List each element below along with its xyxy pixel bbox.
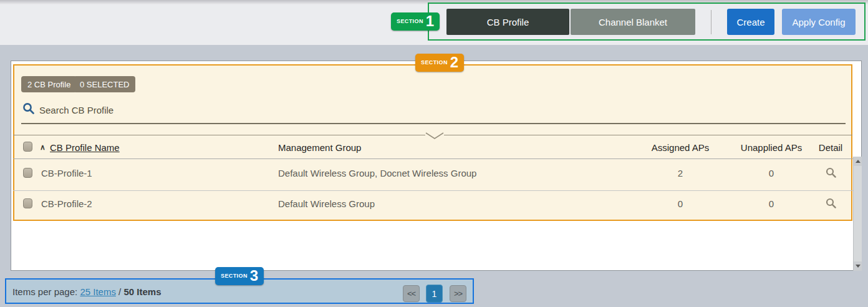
section-3-label: SECTION xyxy=(221,273,248,279)
section-2-number: 2 xyxy=(450,55,458,70)
cell-management-group: Default Wireless Group, Docnet Wireless … xyxy=(278,168,476,178)
row-checkbox[interactable] xyxy=(23,168,32,178)
selected-count-label: 0 SELECTED xyxy=(80,80,129,89)
column-header-management-group: Management Group xyxy=(278,142,361,153)
search-icon xyxy=(22,102,35,115)
apply-config-button-label: Apply Config xyxy=(792,17,845,27)
column-header-cb-profile-name[interactable]: CB Profile Name xyxy=(50,142,120,153)
sort-ascending-icon: ∧ xyxy=(40,143,46,152)
section-2-label: SECTION xyxy=(421,59,448,66)
section-2-annotation-badge: SECTION 2 xyxy=(415,54,464,72)
cell-unapplied-aps: 0 xyxy=(728,168,815,178)
column-header-assigned-aps: Assigned APs xyxy=(637,142,724,153)
section-1-annotation-badge: SECTION 1 xyxy=(391,12,440,31)
create-button[interactable]: Create xyxy=(727,9,774,35)
first-page-button[interactable]: << xyxy=(403,285,420,302)
current-page-button[interactable]: 1 xyxy=(426,285,443,303)
tab-cb-profile[interactable]: CB Profile xyxy=(446,9,569,35)
select-all-checkbox[interactable] xyxy=(23,142,32,152)
section-1-label: SECTION xyxy=(397,18,423,24)
total-items-label: 50 Items xyxy=(123,286,161,297)
cell-profile-name: CB-Profile-2 xyxy=(41,198,92,209)
apply-config-button[interactable]: Apply Config xyxy=(782,9,856,35)
selected-count-badge: 0 SELECTED xyxy=(74,76,135,92)
row-separator xyxy=(13,190,853,191)
toolbar-divider xyxy=(711,10,711,34)
create-button-label: Create xyxy=(736,17,764,27)
section-2-annotation-box xyxy=(13,64,852,221)
profile-count-label: 2 CB Profile xyxy=(27,80,70,89)
column-header-unapplied-aps: Unapplied APs xyxy=(728,142,815,153)
scrollbar-down-icon[interactable] xyxy=(854,261,862,271)
column-header-detail: Detail xyxy=(806,142,856,153)
items-per-page-label: Items per page: xyxy=(12,286,77,297)
scrollbar-up-icon[interactable] xyxy=(854,157,862,166)
section-3-number: 3 xyxy=(250,268,258,283)
detail-magnifier-icon[interactable] xyxy=(826,167,837,178)
detail-magnifier-icon[interactable] xyxy=(826,198,837,209)
cell-management-group: Default Wireless Group xyxy=(278,198,375,209)
tab-channel-blanket[interactable]: Channel Blanket xyxy=(571,9,695,35)
header-separator xyxy=(13,158,853,159)
collapse-chevron-icon[interactable] xyxy=(425,132,444,140)
window-top-edge xyxy=(0,0,868,4)
table-vertical-scrollbar[interactable] xyxy=(853,157,862,271)
search-underline xyxy=(21,123,846,124)
cell-profile-name: CB-Profile-1 xyxy=(41,168,92,178)
cell-assigned-aps: 2 xyxy=(637,168,724,178)
last-page-button[interactable]: >> xyxy=(450,285,466,302)
filter-divider-line xyxy=(444,135,852,135)
filter-divider-line xyxy=(13,135,425,135)
cell-assigned-aps: 0 xyxy=(637,198,724,209)
section-1-number: 1 xyxy=(426,14,434,29)
profile-count-badge: 2 CB Profile xyxy=(21,76,77,92)
search-input[interactable] xyxy=(39,102,239,117)
cb-profile-table-panel: 2 CB Profile 0 SELECTED ∧ CB Profile Nam… xyxy=(11,61,862,271)
items-per-page-link[interactable]: 25 Items xyxy=(80,286,116,297)
pagination-separator: / xyxy=(118,286,121,297)
tab-cb-profile-label: CB Profile xyxy=(487,17,529,27)
row-checkbox[interactable] xyxy=(23,198,32,208)
section-3-annotation-badge: SECTION 3 xyxy=(215,267,264,285)
cell-unapplied-aps: 0 xyxy=(728,198,815,209)
items-per-page-text: Items per page: 25 Items / 50 Items xyxy=(12,286,162,297)
tab-channel-blanket-label: Channel Blanket xyxy=(599,17,667,27)
